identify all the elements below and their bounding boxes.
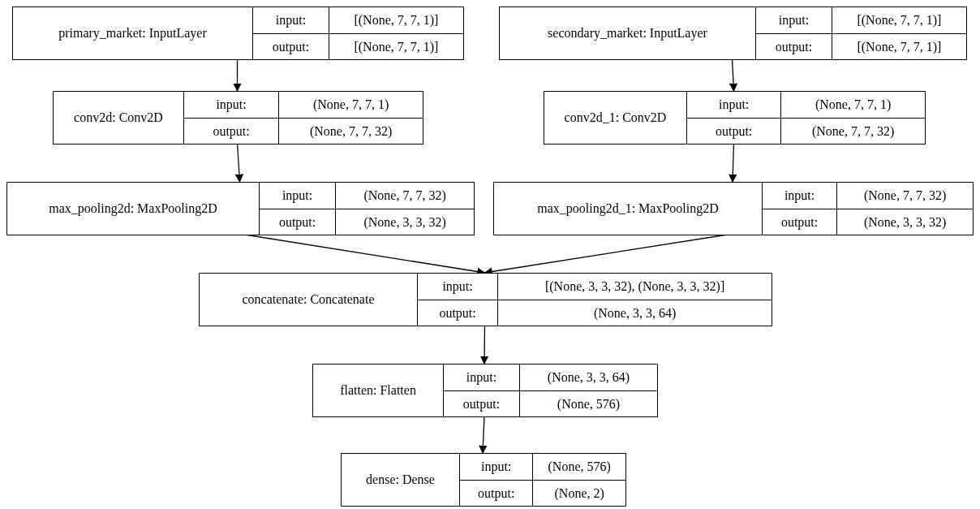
layer-node-concat: concatenate: Concatenateinput:[(None, 3,… — [199, 273, 772, 326]
layer-node-dense: dense: Denseinput:(None, 576)output:(Non… — [341, 453, 626, 507]
input-label: input: — [183, 92, 278, 118]
output-label: output: — [183, 118, 278, 144]
output-label: output: — [259, 209, 335, 235]
layer-title: primary_market: InputLayer — [13, 7, 252, 59]
layer-title: secondary_market: InputLayer — [500, 7, 755, 59]
layer-title: concatenate: Concatenate — [200, 274, 417, 326]
input-shape: (None, 7, 7, 32) — [335, 183, 474, 209]
layer-node-maxpool: max_pooling2d: MaxPooling2Dinput:(None, … — [6, 182, 475, 235]
input-shape: (None, 576) — [532, 454, 625, 480]
output-shape: (None, 2) — [532, 480, 625, 506]
input-label: input: — [417, 274, 497, 300]
layer-node-flatten: flatten: Flatteninput:(None, 3, 3, 64)ou… — [312, 364, 658, 417]
input-label: input: — [459, 454, 532, 480]
input-shape: (None, 7, 7, 1) — [278, 92, 423, 118]
input-label: input: — [686, 92, 780, 118]
output-label: output: — [252, 33, 329, 59]
edge-flatten-to-dense — [483, 416, 484, 453]
output-shape: [(None, 7, 7, 1)] — [832, 33, 966, 59]
layer-title: conv2d_1: Conv2D — [544, 92, 686, 144]
edge-conv2d_1-to-maxpool_1 — [733, 143, 734, 182]
input-label: input: — [762, 183, 836, 209]
output-shape: (None, 3, 3, 32) — [836, 209, 973, 235]
output-label: output: — [459, 480, 532, 506]
layer-title: max_pooling2d: MaxPooling2D — [7, 183, 259, 235]
output-label: output: — [417, 300, 497, 326]
layer-title: conv2d: Conv2D — [54, 92, 183, 144]
edge-maxpool_1-to-concat — [485, 234, 733, 273]
edges-layer — [0, 0, 980, 509]
edge-concat-to-flatten — [484, 325, 485, 364]
edge-conv2d-to-maxpool — [238, 143, 240, 182]
edge-secondary_input-to-conv2d_1 — [733, 58, 734, 91]
input-shape: [(None, 3, 3, 32), (None, 3, 3, 32)] — [497, 274, 772, 300]
output-label: output: — [755, 33, 832, 59]
input-shape: (None, 7, 7, 1) — [780, 92, 925, 118]
input-shape: [(None, 7, 7, 1)] — [329, 7, 463, 33]
input-label: input: — [259, 183, 335, 209]
input-label: input: — [443, 364, 519, 390]
output-label: output: — [686, 118, 780, 144]
edge-maxpool-to-concat — [240, 234, 485, 273]
output-shape: (None, 3, 3, 64) — [497, 300, 772, 326]
output-shape: (None, 7, 7, 32) — [780, 118, 925, 144]
layer-node-primary-input: primary_market: InputLayerinput:[(None, … — [12, 6, 464, 60]
input-shape: (None, 7, 7, 32) — [836, 183, 973, 209]
layer-node-secondary-input: secondary_market: InputLayerinput:[(None… — [499, 6, 967, 60]
layer-node-conv2d-1: conv2d_1: Conv2Dinput:(None, 7, 7, 1)out… — [544, 91, 926, 145]
output-shape: (None, 576) — [519, 390, 657, 416]
output-shape: (None, 7, 7, 32) — [278, 118, 423, 144]
input-label: input: — [252, 7, 329, 33]
output-label: output: — [443, 390, 519, 416]
input-shape: [(None, 7, 7, 1)] — [832, 7, 966, 33]
layer-title: max_pooling2d_1: MaxPooling2D — [494, 183, 762, 235]
layer-title: flatten: Flatten — [313, 364, 443, 416]
input-shape: (None, 3, 3, 64) — [519, 364, 657, 390]
layer-node-maxpool-1: max_pooling2d_1: MaxPooling2Dinput:(None… — [493, 182, 974, 235]
layer-node-conv2d: conv2d: Conv2Dinput:(None, 7, 7, 1)outpu… — [53, 91, 423, 145]
output-label: output: — [762, 209, 836, 235]
output-shape: [(None, 7, 7, 1)] — [329, 33, 463, 59]
output-shape: (None, 3, 3, 32) — [335, 209, 474, 235]
input-label: input: — [755, 7, 832, 33]
model-graph: primary_market: InputLayerinput:[(None, … — [0, 0, 980, 509]
layer-title: dense: Dense — [342, 454, 459, 506]
